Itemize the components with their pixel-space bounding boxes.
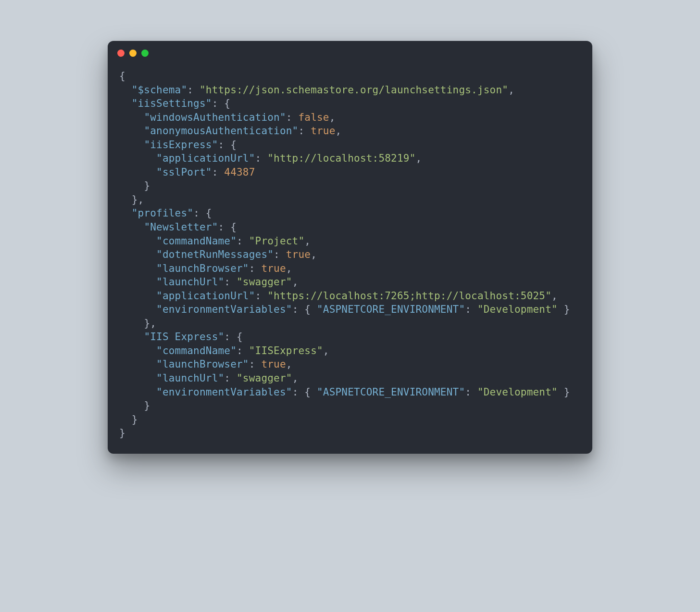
json-key: "sslPort" [156,166,212,178]
indent [119,153,156,164]
brace: { [230,139,237,151]
comma: , [508,84,514,96]
json-string: "https://localhost:7265;http://localhost… [267,290,551,302]
comma: , [551,290,558,302]
json-key: "launchUrl" [156,276,224,288]
json-key: "windowsAuthentication" [144,112,286,123]
json-key: "environmentVariables" [156,386,292,398]
json-key: "ASPNETCORE_ENVIRONMENT" [317,304,465,315]
colon: : [187,84,200,96]
colon: : [193,207,206,219]
comma: , [311,249,317,260]
json-key: "applicationUrl" [156,153,255,164]
json-string: "Development" [477,386,558,398]
json-key: "dotnetRunMessages" [156,249,274,260]
code-block: { "$schema": "https://json.schemastore.o… [108,61,592,454]
colon: : [218,139,231,151]
json-bool: true [261,358,286,370]
comma: , [292,276,299,288]
brace: } [119,427,125,439]
brace: { [119,70,125,82]
colon: : [224,331,237,343]
json-key: "launchBrowser" [156,358,249,370]
close-dot-icon[interactable] [117,50,125,57]
json-bool: true [286,249,311,260]
brace: } [558,386,570,398]
json-string: "https://json.schemastore.org/launchsett… [200,84,508,96]
json-string: "swagger" [237,276,292,288]
brace: { [224,98,230,109]
indent [119,180,144,191]
indent [119,345,156,357]
indent [119,98,132,109]
json-key: "ASPNETCORE_ENVIRONMENT" [317,386,465,398]
colon: : [249,263,262,274]
comma: , [304,235,311,247]
indent [119,372,156,384]
indent [119,276,156,288]
comma: , [415,153,422,164]
comma: , [286,358,292,370]
brace: { [304,386,317,398]
indent [119,84,132,96]
colon: : [218,221,231,233]
brace: { [304,304,317,315]
colon: : [212,98,225,109]
colon: : [237,235,249,247]
colon: : [212,166,225,178]
brace: { [206,207,212,219]
comma: , [292,372,299,384]
indent [119,125,144,137]
json-number: 44387 [224,166,255,178]
indent [119,194,132,205]
json-bool: false [298,112,329,123]
colon: : [224,372,237,384]
comma: , [336,125,342,137]
brace: } [144,400,150,411]
json-bool: true [311,125,335,137]
indent [119,221,144,233]
colon: : [298,125,311,137]
code-window: { "$schema": "https://json.schemastore.o… [108,41,592,454]
brace: } [144,318,150,329]
colon: : [465,304,477,315]
window-titlebar [108,41,592,61]
comma: , [150,318,156,329]
indent [119,166,156,178]
brace: } [144,180,150,191]
json-key: "anonymousAuthentication" [144,125,298,137]
indent [119,358,156,370]
json-key: "launchBrowser" [156,263,249,274]
indent [119,386,156,398]
json-string: "IISExpress" [249,345,323,357]
colon: : [255,153,268,164]
indent [119,139,144,151]
colon: : [274,249,286,260]
json-bool: true [261,263,286,274]
maximize-dot-icon[interactable] [141,50,149,57]
colon: : [292,304,305,315]
colon: : [249,358,262,370]
indent [119,235,156,247]
indent [119,290,156,302]
indent [119,331,144,343]
json-key: "profiles" [132,207,193,219]
json-key: "iisSettings" [132,98,212,109]
json-string: "http://localhost:58219" [267,153,415,164]
comma: , [323,345,329,357]
json-key: "commandName" [156,235,237,247]
indent [119,263,156,274]
brace: { [237,331,243,343]
comma: , [329,112,336,123]
json-key: "commandName" [156,345,237,357]
colon: : [224,276,237,288]
indent [119,400,144,411]
json-key: "environmentVariables" [156,304,292,315]
minimize-dot-icon[interactable] [129,50,137,57]
json-string: "Development" [477,304,558,315]
json-string: "Project" [249,235,305,247]
brace: { [230,221,237,233]
indent [119,304,156,315]
comma: , [138,194,144,205]
colon: : [465,386,477,398]
